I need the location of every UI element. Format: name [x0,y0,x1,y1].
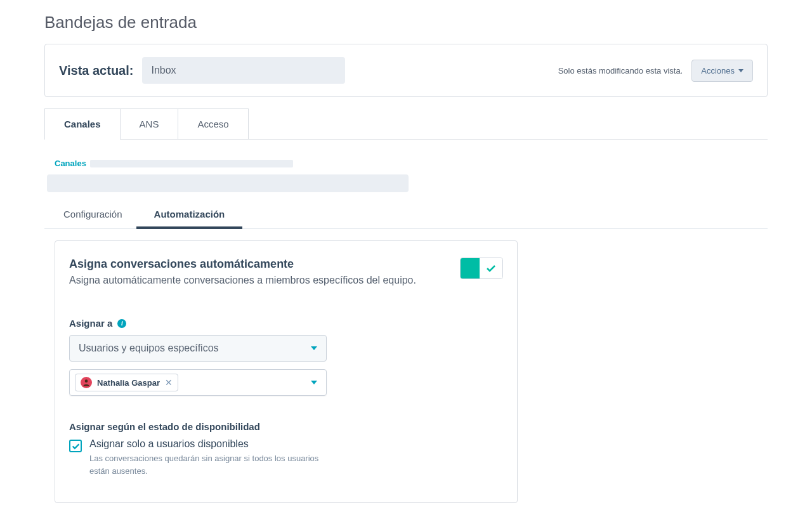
subtab-automatizacion[interactable]: Automatización [154,202,225,228]
svg-point-0 [85,379,88,383]
auto-assign-toggle[interactable] [460,258,503,279]
info-icon[interactable]: i [117,319,126,328]
view-bar: Vista actual: Solo estás modificando est… [44,44,768,97]
current-view-input[interactable] [142,57,345,84]
check-icon [72,443,80,450]
page-title: Bandejas de entrada [44,13,768,32]
user-tag: Nathalia Gaspar ✕ [75,374,178,391]
auto-assign-title: Asigna conversaciones automáticamente [69,258,416,271]
caret-down-icon [738,69,743,72]
assign-to-label: Asignar a i [69,318,503,329]
caret-down-icon [311,381,317,384]
subtab-configuracion[interactable]: Configuración [63,202,122,228]
breadcrumb-root[interactable]: Canales [55,159,86,168]
user-tag-name: Nathalia Gaspar [97,378,160,388]
actions-label: Acciones [701,66,735,75]
assign-to-select[interactable]: Usuarios y equipos específicos [69,335,327,362]
tab-canales[interactable]: Canales [44,108,121,139]
main-tabs: Canales ANS Acceso [44,108,768,140]
automation-panel: Asigna conversaciones automáticamente As… [55,240,518,503]
availability-help-text: Las conversaciones quedarán sin asignar … [89,452,324,477]
channel-name-placeholder [47,174,409,192]
view-note: Solo estás modificando esta vista. [558,66,683,75]
sub-tabs: Configuración Automatización [44,202,768,229]
availability-checkbox-label: Asignar solo a usuarios disponibles [89,438,324,450]
assign-users-multiselect[interactable]: Nathalia Gaspar ✕ [69,369,327,396]
auto-assign-desc: Asigna automáticamente conversaciones a … [69,275,416,286]
assign-to-value: Usuarios y equipos específicos [79,343,219,354]
actions-button[interactable]: Acciones [691,60,753,82]
caret-down-icon [311,346,317,350]
tab-ans[interactable]: ANS [120,108,179,139]
avatar [81,377,92,388]
check-icon [486,265,496,272]
breadcrumb: Canales [55,159,768,168]
remove-user-icon[interactable]: ✕ [165,377,173,388]
tab-acceso[interactable]: Acceso [178,108,248,139]
availability-checkbox[interactable] [69,440,82,452]
availability-label: Asignar según el estado de disponibilida… [69,421,503,432]
current-view-label: Vista actual: [59,63,133,78]
breadcrumb-placeholder [90,160,293,167]
